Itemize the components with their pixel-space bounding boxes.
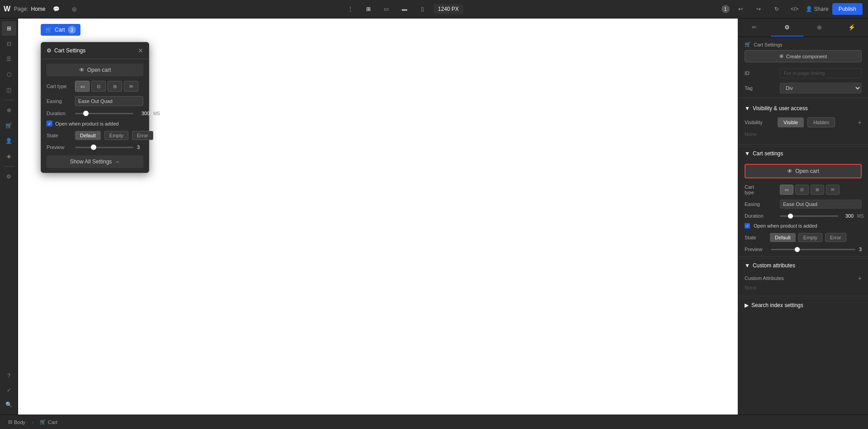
right-open-cart-button[interactable]: 👁 Open cart	[745, 164, 862, 178]
right-state-btn-error[interactable]: Error	[825, 233, 846, 242]
cart-settings-text: Cart Settings	[754, 42, 783, 47]
right-preview-slider[interactable]	[771, 249, 855, 250]
custom-attributes-add-icon[interactable]: +	[858, 275, 862, 282]
chevron-search-icon: ▶	[745, 302, 749, 308]
right-state-btn-empty[interactable]: Empty	[798, 233, 822, 242]
cart-settings-section-title-text: Cart settings	[753, 150, 783, 157]
visibility-visible-btn[interactable]: Visible	[778, 117, 804, 127]
preview-slider[interactable]	[75, 147, 133, 148]
right-ct-btn-2[interactable]: ⊟	[795, 185, 809, 195]
mobile-landscape-icon[interactable]: ▬	[397, 2, 412, 16]
state-btn-default[interactable]: Default	[75, 131, 101, 140]
sidebar-icon-logic[interactable]: ◈	[2, 149, 16, 163]
visibility-none: None	[738, 130, 868, 140]
breadcrumb-body[interactable]: ⊟ Body	[5, 418, 28, 426]
show-all-label: Show All Settings	[70, 159, 112, 165]
gear-icon: ⚙	[47, 47, 52, 54]
custom-attributes-section: ▼ Custom attributes Custom Attributes + …	[738, 258, 868, 294]
cart-type-btn-1[interactable]: ▭	[75, 81, 90, 92]
visibility-hidden-btn[interactable]: Hidden	[807, 117, 835, 127]
right-cart-type-row: Carttype ▭ ⊟ ⊞ ✉	[738, 182, 868, 197]
more-options-icon[interactable]: ⋮	[343, 2, 358, 16]
right-open-when-checkbox[interactable]: ✓	[745, 223, 750, 228]
right-state-btn-default[interactable]: Default	[770, 233, 796, 242]
share-button[interactable]: 👤 Share	[806, 6, 829, 12]
sidebar-icon-pages[interactable]: ⊞	[2, 21, 16, 36]
right-duration-slider[interactable]	[780, 215, 838, 217]
cart-element-label[interactable]: 🛒 Cart 3	[41, 24, 80, 36]
component-icon: ⊕	[779, 53, 783, 59]
right-easing-select[interactable]: Ease Out Quad	[780, 200, 862, 209]
right-ct-btn-1[interactable]: ▭	[780, 185, 793, 195]
visibility-add-icon[interactable]: +	[858, 119, 862, 126]
duration-value: 300	[137, 111, 150, 116]
cart-settings-section-title: ▼ Cart settings	[745, 150, 783, 157]
code-icon[interactable]: </>	[788, 2, 802, 16]
right-ct-btn-3[interactable]: ⊞	[811, 185, 824, 195]
right-duration-label: Duration	[745, 213, 776, 219]
sidebar-icon-components[interactable]: ◫	[2, 83, 16, 97]
sidebar-icon-search[interactable]: 🔍	[2, 397, 16, 412]
popup-open-cart-button[interactable]: 👁 Open cart	[47, 64, 143, 76]
custom-attributes-header[interactable]: ▼ Custom attributes	[738, 259, 868, 272]
visibility-title-text: Visibility & user access	[753, 105, 808, 112]
sidebar-icon-assets[interactable]: ⬡	[2, 67, 16, 82]
topbar: W Page: Home 💬 ◎ ⋮ ⊞ ▭ ▬ ▯ 1240 PX 1 ↩ ↪…	[0, 0, 868, 19]
desktop-icon[interactable]: ⊞	[361, 2, 376, 16]
sidebar-icon-settings[interactable]: ⚙	[2, 169, 16, 184]
page-menu-icon[interactable]: 💬	[49, 2, 63, 16]
sidebar-icon-cms[interactable]: ⊕	[2, 103, 16, 117]
cart-settings-section-header[interactable]: ▼ Cart settings	[738, 147, 868, 160]
right-ct-btn-4[interactable]: ✉	[826, 185, 840, 195]
id-row: ID	[738, 66, 868, 80]
sidebar-icon-users[interactable]: 👤	[2, 134, 16, 148]
publish-button[interactable]: Publish	[832, 3, 863, 15]
redo-icon[interactable]: ↪	[751, 2, 766, 16]
cart-type-btn-4[interactable]: ✉	[124, 81, 138, 92]
mobile-icon[interactable]: ▯	[415, 2, 430, 16]
search-index-header[interactable]: ▶ Search index settings	[738, 298, 868, 312]
right-panel-tabs: ✏ ⚙ ⊕ ⚡	[738, 19, 868, 37]
cart-type-btn-2[interactable]: ⊟	[91, 81, 106, 92]
open-when-label: Open when product is added	[55, 121, 119, 126]
state-btn-empty[interactable]: Empty	[104, 131, 128, 140]
sidebar-icon-tasks[interactable]: ✓	[2, 383, 16, 397]
divider-4	[738, 296, 868, 296]
open-when-checkbox[interactable]: ✓	[47, 121, 52, 126]
right-open-cart-label: Open cart	[795, 168, 819, 174]
tablet-icon[interactable]: ▭	[379, 2, 394, 16]
undo-icon[interactable]: ↩	[733, 2, 748, 16]
sidebar-icon-ecommerce[interactable]: 🛒	[2, 118, 16, 133]
tab-style[interactable]: ✏	[738, 19, 771, 37]
tag-select[interactable]: Div	[780, 83, 862, 93]
duration-unit: MS	[153, 111, 160, 116]
refresh-icon[interactable]: ↻	[769, 2, 784, 16]
body-icon: ⊟	[8, 419, 12, 425]
breadcrumb-cart[interactable]: 🛒 Cart	[37, 418, 60, 426]
cart-type-btn-3[interactable]: ⊞	[108, 81, 122, 92]
preview-icon[interactable]: ◎	[67, 2, 81, 16]
state-btn-error[interactable]: Error	[132, 131, 153, 140]
show-all-settings-button[interactable]: Show All Settings →	[47, 155, 143, 168]
tab-interactions[interactable]: ⊕	[803, 19, 836, 37]
duration-slider[interactable]	[75, 113, 133, 114]
id-input[interactable]	[780, 68, 862, 78]
popup-header: ⚙ Cart Settings ✕	[41, 42, 149, 59]
tab-settings[interactable]: ⚙	[771, 19, 803, 37]
tab-custom[interactable]: ⚡	[835, 19, 868, 37]
easing-select[interactable]: Ease Out Quad	[75, 96, 143, 106]
state-label: State	[47, 133, 71, 138]
sidebar-icon-help[interactable]: ?	[2, 368, 16, 383]
search-index-title: ▶ Search index settings	[745, 302, 803, 308]
visibility-section-header[interactable]: ▼ Visibility & user access	[738, 102, 868, 115]
easing-row: Easing Ease Out Quad	[47, 96, 143, 106]
breadcrumb-separator: ›	[32, 419, 33, 425]
sidebar-icon-layers[interactable]: ☰	[2, 52, 16, 66]
topbar-center: ⋮ ⊞ ▭ ▬ ▯ 1240 PX	[90, 2, 716, 16]
page-name[interactable]: Home	[31, 6, 45, 12]
create-component-button[interactable]: ⊕ Create component	[745, 50, 862, 62]
cart-type-row: Cart type ▭ ⊟ ⊞ ✉	[47, 81, 143, 92]
chevron-custom-icon: ▼	[745, 262, 750, 269]
sidebar-icon-navigator[interactable]: ⊡	[2, 37, 16, 51]
popup-close-button[interactable]: ✕	[138, 47, 143, 54]
